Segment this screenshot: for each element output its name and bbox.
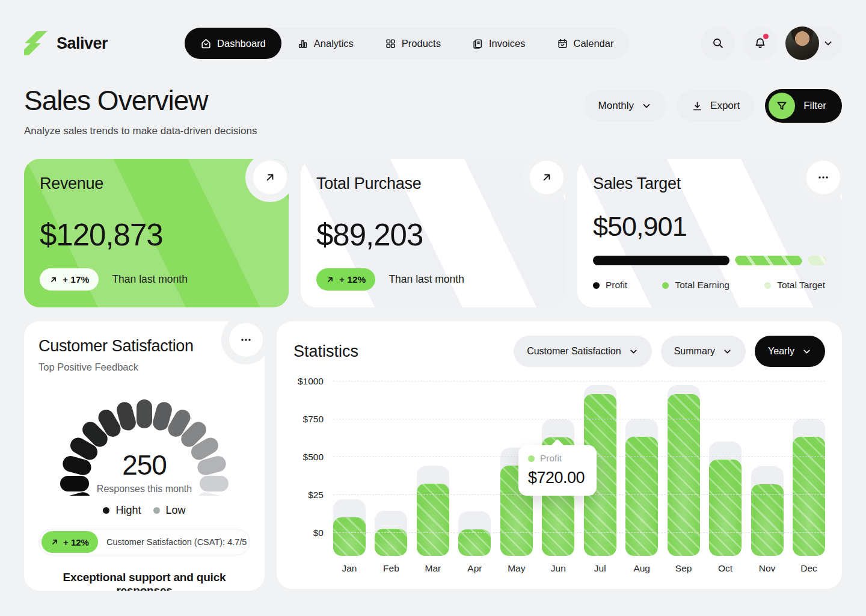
legend-dot xyxy=(103,507,109,514)
nav-item-invoices[interactable]: Invoices xyxy=(456,28,541,59)
satisfaction-gauge: 250 Responses this month xyxy=(42,377,247,496)
range-dropdown[interactable]: Yearly xyxy=(755,336,825,367)
trend-up-icon xyxy=(326,276,334,284)
statistics-card: Statistics Customer Satisfaction Summary… xyxy=(277,321,842,589)
revenue-delta-note: Than last month xyxy=(112,273,187,286)
nav-item-calendar[interactable]: Calendar xyxy=(541,28,630,59)
chart-tooltip: Profit $720.00 xyxy=(518,445,597,496)
nav-label: Products xyxy=(402,38,441,49)
page-header: Sales Overview Analyze sales trends to m… xyxy=(24,84,842,137)
nav-item-dashboard[interactable]: Dashboard xyxy=(185,28,281,59)
csat-summary-pill: + 12% Customer Satisfaction (CSAT): 4.7/… xyxy=(38,529,250,555)
filter-icon-circle xyxy=(769,93,795,119)
customer-satisfaction-footer: Exceptional support and quick responses xyxy=(38,571,250,591)
filter-icon xyxy=(776,100,788,112)
saliver-logo-icon xyxy=(24,31,49,56)
arrow-up-right-icon xyxy=(264,171,276,183)
nav-label: Calendar xyxy=(574,38,614,49)
revenue-delta-badge: + 17% xyxy=(40,268,99,291)
second-row: Customer Satisfaction Top Positive Feedb… xyxy=(24,321,842,591)
sales-target-card: Sales Target $50,901 Profit Total Earnin… xyxy=(577,159,842,307)
notifications-button[interactable] xyxy=(743,26,777,60)
bar-chart-plot: Profit $720.00 xyxy=(333,380,825,556)
customer-satisfaction-title: Customer Satisfaction xyxy=(38,337,250,356)
ellipsis-icon xyxy=(817,171,830,184)
total-purchase-delta-badge: + 12% xyxy=(316,268,375,291)
trend-up-icon xyxy=(51,538,59,546)
sales-overview-page: Saliver Dashboard Analytics Prod xyxy=(0,0,866,616)
legend-dot xyxy=(764,282,771,289)
top-navigation-bar: Saliver Dashboard Analytics Prod xyxy=(24,26,842,60)
avatar xyxy=(785,26,819,60)
nav-label: Analytics xyxy=(314,38,354,49)
total-purchase-delta-note: Than last month xyxy=(388,273,464,286)
legend-profit: Profit xyxy=(593,280,627,291)
customer-satisfaction-card: Customer Satisfaction Top Positive Feedb… xyxy=(24,321,265,591)
download-icon xyxy=(692,100,703,112)
period-dropdown[interactable]: Monthly xyxy=(584,90,667,122)
chevron-down-icon xyxy=(802,346,812,357)
brand-name: Saliver xyxy=(57,34,108,53)
tooltip-label: Profit xyxy=(540,453,562,464)
gauge-value: 250 xyxy=(42,449,247,481)
total-purchase-card: Total Purchase $89,203 + 12% Than last m… xyxy=(301,159,565,307)
legend-total-earning: Total Earning xyxy=(662,280,729,291)
legend-dot xyxy=(662,282,669,289)
revenue-value: $120,873 xyxy=(40,217,273,253)
csat-delta-badge: + 12% xyxy=(41,531,98,553)
sales-target-more-button[interactable] xyxy=(806,161,840,194)
sales-target-value: $50,901 xyxy=(593,211,826,242)
nav-label: Invoices xyxy=(489,38,526,49)
search-button[interactable] xyxy=(701,26,735,60)
chevron-down-icon xyxy=(823,38,834,49)
total-purchase-title: Total Purchase xyxy=(316,174,550,193)
sales-target-progress-bar xyxy=(593,256,826,265)
legend-dot xyxy=(153,507,160,514)
user-menu[interactable] xyxy=(785,26,842,60)
grid-icon xyxy=(385,38,396,49)
gauge-caption: Responses this month xyxy=(42,484,247,494)
nav-item-analytics[interactable]: Analytics xyxy=(281,28,369,59)
customer-satisfaction-subtitle: Top Positive Feedback xyxy=(38,362,250,373)
tooltip-dot xyxy=(528,455,535,462)
topbar-actions xyxy=(701,26,842,60)
revenue-expand-button[interactable] xyxy=(253,161,287,194)
sales-target-legend: Profit Total Earning Total Target xyxy=(593,280,826,291)
tooltip-value: $720.00 xyxy=(528,469,587,487)
invoice-icon xyxy=(472,38,484,49)
ellipsis-icon xyxy=(239,333,253,346)
bar-chart: $0$25$500$750$1000 Profit $720.00 xyxy=(293,380,825,556)
chevron-down-icon xyxy=(628,346,639,357)
legend-dot xyxy=(593,282,600,289)
months-row: JanFebMarAprMayJunJulAugSepOctNovDec xyxy=(333,563,825,574)
nav-item-products[interactable]: Products xyxy=(369,28,456,59)
summary-dropdown[interactable]: Summary xyxy=(661,336,746,367)
statistics-title: Statistics xyxy=(293,342,358,361)
filter-button[interactable]: Filter xyxy=(765,89,842,123)
total-purchase-value: $89,203 xyxy=(316,217,550,253)
brand-logo[interactable]: Saliver xyxy=(24,31,108,56)
gauge-legend-low: Low xyxy=(153,504,186,517)
gauge-legend: Hight Low xyxy=(38,504,250,517)
filter-label: Filter xyxy=(803,100,826,112)
export-label: Export xyxy=(710,100,740,112)
period-dropdown-value: Monthly xyxy=(598,100,634,112)
chart-y-axis: $0$25$500$750$1000 xyxy=(293,380,333,556)
nav-label: Dashboard xyxy=(217,38,266,49)
arrow-up-right-icon xyxy=(541,171,553,183)
page-title: Sales Overview xyxy=(24,84,257,117)
csat-score-text: Customer Satisfaction (CSAT): 4.7/5 xyxy=(106,537,247,547)
legend-total-target: Total Target xyxy=(764,280,825,291)
export-button[interactable]: Export xyxy=(677,90,754,122)
sales-target-title: Sales Target xyxy=(593,174,826,193)
calendar-icon xyxy=(557,38,568,49)
revenue-card: Revenue $120,873 + 17% Than last month xyxy=(24,159,289,307)
total-purchase-expand-button[interactable] xyxy=(530,161,564,194)
revenue-title: Revenue xyxy=(40,174,273,193)
metric-dropdown[interactable]: Customer Satisfaction xyxy=(514,336,652,367)
chevron-down-icon xyxy=(641,100,652,111)
trend-up-icon xyxy=(49,276,58,284)
gauge-legend-high: Hight xyxy=(103,504,141,517)
customer-satisfaction-more-button[interactable] xyxy=(229,323,263,357)
home-icon xyxy=(200,38,212,49)
